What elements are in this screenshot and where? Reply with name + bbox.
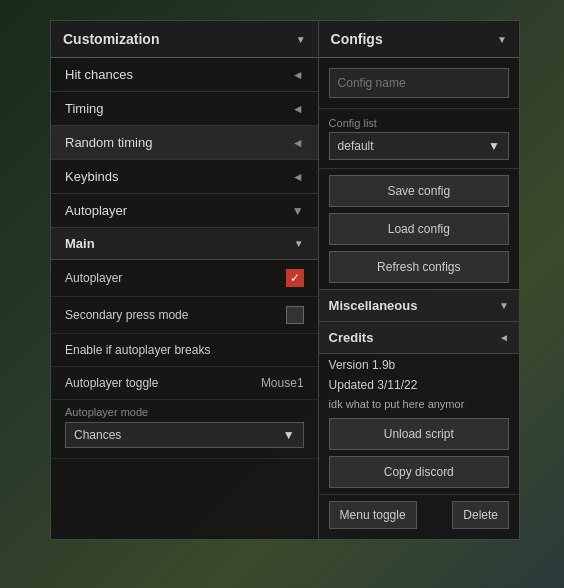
right-panel-header: Configs ▼: [319, 21, 519, 58]
nav-item-timing[interactable]: Timing ◄: [51, 92, 318, 126]
load-config-button[interactable]: Load config: [329, 213, 509, 245]
delete-button[interactable]: Delete: [452, 501, 509, 529]
idk-text: idk what to put here anymor: [319, 394, 519, 412]
left-panel-header-arrow: ▼: [296, 34, 306, 45]
config-input-row: [319, 58, 519, 109]
main-section-header[interactable]: Main ▼: [51, 228, 318, 260]
nav-item-autoplayer[interactable]: Autoplayer ▼: [51, 194, 318, 228]
updated-text: Updated 3/11/22: [319, 374, 519, 394]
version-text: Version 1.9b: [319, 354, 519, 374]
nav-item-hit-chances[interactable]: Hit chances ◄: [51, 58, 318, 92]
credits-section-header[interactable]: Credits ◄: [319, 322, 519, 354]
config-list-dropdown[interactable]: default ▼: [329, 132, 509, 160]
bottom-row: Menu toggle Delete: [319, 494, 519, 535]
copy-discord-button[interactable]: Copy discord: [329, 456, 509, 488]
autoplayer-checkbox[interactable]: [286, 269, 304, 287]
autoplayer-mode-row: Autoplayer mode Chances ▼: [51, 400, 318, 459]
setting-secondary-press: Secondary press mode: [51, 297, 318, 334]
right-panel: Configs ▼ Config list default ▼ Save con…: [319, 20, 520, 540]
config-name-input[interactable]: [329, 68, 509, 98]
setting-autoplayer-toggle: Autoplayer toggle Mouse1: [51, 367, 318, 400]
nav-item-keybinds[interactable]: Keybinds ◄: [51, 160, 318, 194]
setting-enable-if-breaks: Enable if autoplayer breaks: [51, 334, 318, 367]
autoplayer-mode-dropdown[interactable]: Chances ▼: [65, 422, 304, 448]
setting-autoplayer: Autoplayer: [51, 260, 318, 297]
menu-toggle-button[interactable]: Menu toggle: [329, 501, 417, 529]
save-config-button[interactable]: Save config: [329, 175, 509, 207]
config-list-row: Config list default ▼: [319, 109, 519, 169]
left-panel: Customization ▼ Hit chances ◄ Timing ◄ R…: [50, 20, 319, 540]
unload-script-button[interactable]: Unload script: [329, 418, 509, 450]
left-panel-title: Customization: [63, 31, 159, 47]
left-panel-header: Customization ▼: [51, 21, 318, 58]
refresh-configs-button[interactable]: Refresh configs: [329, 251, 509, 283]
misc-section-header[interactable]: Miscellaneous ▼: [319, 289, 519, 322]
nav-item-random-timing[interactable]: Random timing ◄: [51, 126, 318, 160]
secondary-press-checkbox[interactable]: [286, 306, 304, 324]
